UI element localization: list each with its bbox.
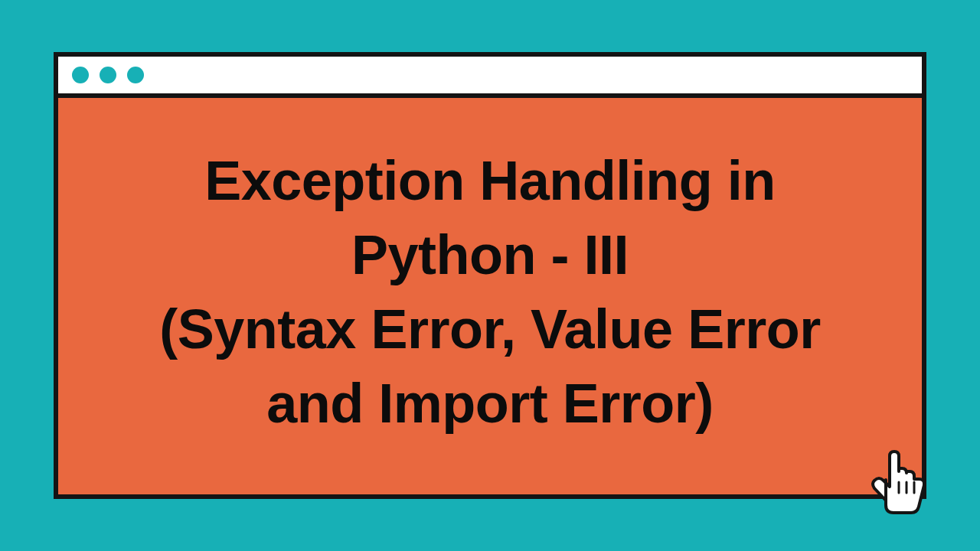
window-content-panel: Exception Handling in Python - III (Synt…: [58, 98, 922, 495]
subtitle-line-2: and Import Error): [266, 373, 714, 434]
pointer-cursor-icon: [859, 445, 936, 522]
window-titlebar: [58, 57, 922, 98]
browser-window: Exception Handling in Python - III (Synt…: [54, 52, 926, 500]
window-control-dot-minimize[interactable]: [100, 67, 116, 83]
slide-heading: Exception Handling in Python - III (Synt…: [159, 144, 820, 442]
title-line-2: Python - III: [351, 224, 629, 285]
window-control-dot-close[interactable]: [72, 67, 89, 83]
title-line-1: Exception Handling in: [204, 150, 776, 211]
subtitle-line-1: (Syntax Error, Value Error: [159, 298, 820, 360]
window-control-dot-maximize[interactable]: [127, 67, 144, 83]
